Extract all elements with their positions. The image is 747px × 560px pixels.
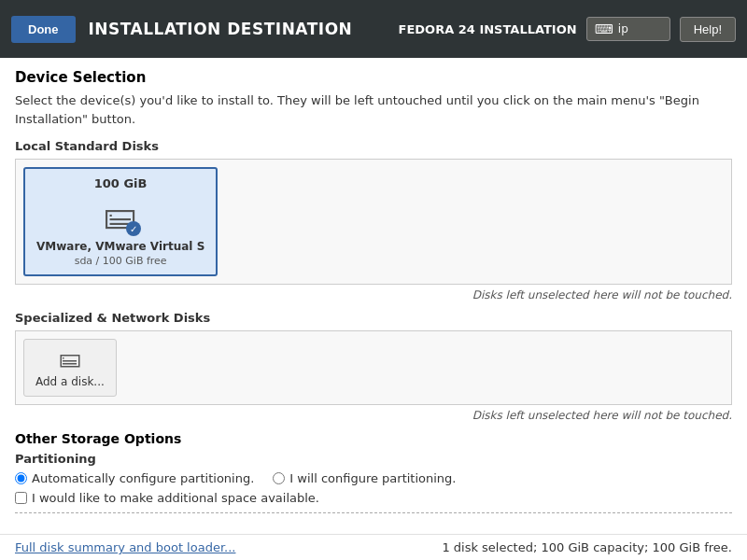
specialized-disk-hint: Disks left unselected here will not be t… — [15, 409, 732, 422]
disk-status: 1 disk selected; 100 GiB capacity; 100 G… — [442, 540, 732, 554]
local-disk-hint: Disks left unselected here will not be t… — [15, 288, 732, 301]
manual-partition-radio[interactable] — [273, 472, 285, 484]
partitioning-label: Partitioning — [15, 452, 732, 466]
local-standard-disks-label: Local Standard Disks — [15, 139, 732, 153]
page-title: INSTALLATION DESTINATION — [89, 20, 353, 38]
app-title: FEDORA 24 INSTALLATION — [399, 22, 577, 36]
auto-partition-label: Automatically configure partitioning. — [32, 471, 254, 485]
local-disk-grid: 100 GiB 🖴 ✓ VMware, VMware Virtual S sda… — [15, 159, 732, 285]
done-button[interactable]: Done — [11, 16, 76, 43]
manual-partition-label: I will configure partitioning. — [289, 471, 456, 485]
help-button[interactable]: Help! — [680, 17, 736, 42]
add-disk-label: Add a disk... — [35, 375, 105, 388]
disk-name: VMware, VMware Virtual S — [36, 240, 204, 253]
disk-item[interactable]: 100 GiB 🖴 ✓ VMware, VMware Virtual S sda… — [23, 167, 218, 276]
header-right: FEDORA 24 INSTALLATION ⌨ ip Help! — [399, 17, 736, 42]
disk-icon-wrapper: 🖴 ✓ — [104, 196, 137, 234]
additional-space-checkbox[interactable] — [15, 492, 27, 504]
device-selection-title: Device Selection — [15, 69, 732, 86]
keyboard-input[interactable]: ⌨ ip — [586, 17, 670, 41]
specialized-disk-grid: 🖴 Add a disk... — [15, 330, 732, 405]
disk-meta: sda / 100 GiB free — [36, 255, 204, 267]
header-left: Done INSTALLATION DESTINATION — [11, 16, 352, 43]
add-disk-button[interactable]: 🖴 Add a disk... — [23, 339, 117, 397]
additional-space-option[interactable]: I would like to make additional space av… — [15, 491, 732, 505]
manual-partition-option[interactable]: I will configure partitioning. — [273, 471, 456, 485]
partitioning-radio-group: Automatically configure partitioning. I … — [15, 471, 732, 485]
device-selection-description: Select the device(s) you'd like to insta… — [15, 91, 732, 128]
footer: Full disk summary and boot loader... 1 d… — [0, 534, 747, 560]
separator — [15, 512, 732, 513]
selected-checkmark: ✓ — [126, 221, 141, 236]
auto-partition-radio[interactable] — [15, 472, 27, 484]
keyboard-icon: ⌨ — [595, 21, 613, 36]
additional-space-label: I would like to make additional space av… — [32, 491, 319, 505]
content-area: Device Selection Select the device(s) yo… — [0, 58, 747, 560]
full-disk-summary-link[interactable]: Full disk summary and boot loader... — [15, 540, 235, 554]
disk-size: 100 GiB — [36, 176, 204, 190]
add-disk-icon: 🖴 — [59, 345, 81, 371]
header: Done INSTALLATION DESTINATION FEDORA 24 … — [0, 0, 747, 58]
other-storage-title: Other Storage Options — [15, 431, 732, 446]
specialized-label: Specialized & Network Disks — [15, 311, 732, 325]
auto-partition-option[interactable]: Automatically configure partitioning. — [15, 471, 254, 485]
keyboard-value: ip — [618, 22, 628, 35]
